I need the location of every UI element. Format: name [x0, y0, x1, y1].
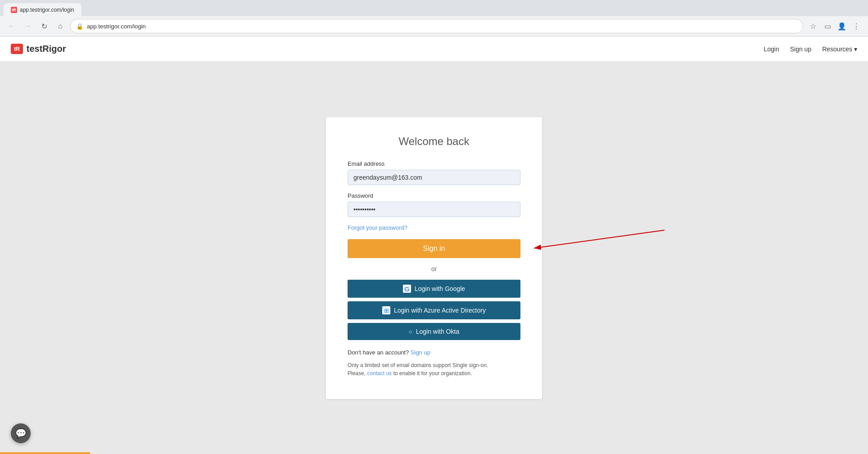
- okta-icon: ○: [409, 328, 412, 335]
- azure-icon: ⊞: [382, 306, 390, 314]
- tab-bar: tR app.testrigor.com/login: [0, 0, 868, 16]
- sso-note: Only a limited set of email domains supp…: [348, 361, 520, 377]
- email-input[interactable]: [348, 170, 520, 185]
- svg-line-1: [534, 230, 665, 248]
- google-login-button[interactable]: G Login with Google: [348, 280, 520, 298]
- browser-toolbar: ← → ↻ ⌂ 🔒 app.testrigor.com/login ☆ ▭ 👤 …: [0, 16, 868, 36]
- signup-link[interactable]: Sign up: [411, 349, 430, 356]
- home-button[interactable]: ⌂: [54, 20, 67, 32]
- url-text: app.testrigor.com/login: [87, 23, 797, 30]
- nav-login-link[interactable]: Login: [764, 45, 779, 53]
- nav-signup-link[interactable]: Sign up: [790, 45, 811, 53]
- contact-us-link[interactable]: contact us: [367, 370, 392, 377]
- logo-badge: tR: [11, 44, 23, 54]
- login-title: Welcome back: [348, 135, 520, 148]
- login-card: Welcome back Email address Password Forg…: [326, 117, 542, 399]
- chat-icon: 💬: [15, 428, 27, 439]
- browser-chrome: tR app.testrigor.com/login ← → ↻ ⌂ 🔒 app…: [0, 0, 868, 36]
- address-bar[interactable]: 🔒 app.testrigor.com/login: [70, 19, 803, 33]
- forward-button[interactable]: →: [22, 20, 34, 32]
- active-tab[interactable]: tR app.testrigor.com/login: [4, 3, 81, 17]
- menu-button[interactable]: ⋮: [850, 20, 863, 32]
- main-content: Welcome back Email address Password Forg…: [0, 62, 868, 454]
- nav-resources-link[interactable]: Resources ▾: [822, 45, 857, 53]
- bottom-loading-bar: [0, 452, 90, 454]
- tab-favicon: tR: [11, 7, 17, 13]
- arrow-annotation: [525, 226, 669, 262]
- star-button[interactable]: ☆: [807, 20, 819, 32]
- password-label: Password: [348, 192, 520, 199]
- page-wrapper: tR testRigor Login Sign up Resources ▾ W…: [0, 36, 868, 454]
- toolbar-actions: ☆ ▭ 👤 ⋮: [807, 20, 863, 32]
- navbar: tR testRigor Login Sign up Resources ▾: [0, 36, 868, 62]
- chat-bubble[interactable]: 💬: [11, 423, 31, 443]
- email-label: Email address: [348, 160, 520, 167]
- or-divider: or: [348, 265, 520, 272]
- signin-button[interactable]: Sign in: [348, 239, 520, 258]
- okta-login-button[interactable]: ○ Login with Okta: [348, 323, 520, 340]
- back-button[interactable]: ←: [5, 20, 18, 32]
- no-account-text: Don't have an account? Sign up: [348, 349, 520, 356]
- extensions-button[interactable]: ▭: [821, 20, 834, 32]
- signin-wrapper: Sign in: [348, 239, 520, 265]
- azure-login-button[interactable]: ⊞ Login with Azure Active Directory: [348, 301, 520, 319]
- tab-title: app.testrigor.com/login: [20, 7, 74, 13]
- logo-area: tR testRigor: [11, 44, 66, 54]
- forgot-password-link[interactable]: Forgot your password?: [348, 224, 520, 231]
- logo-text: testRigor: [27, 44, 66, 54]
- profile-button[interactable]: 👤: [836, 20, 848, 32]
- lock-icon: 🔒: [76, 23, 83, 30]
- password-input[interactable]: [348, 202, 520, 217]
- refresh-button[interactable]: ↻: [38, 20, 50, 32]
- google-icon: G: [403, 285, 411, 293]
- nav-links: Login Sign up Resources ▾: [764, 45, 857, 53]
